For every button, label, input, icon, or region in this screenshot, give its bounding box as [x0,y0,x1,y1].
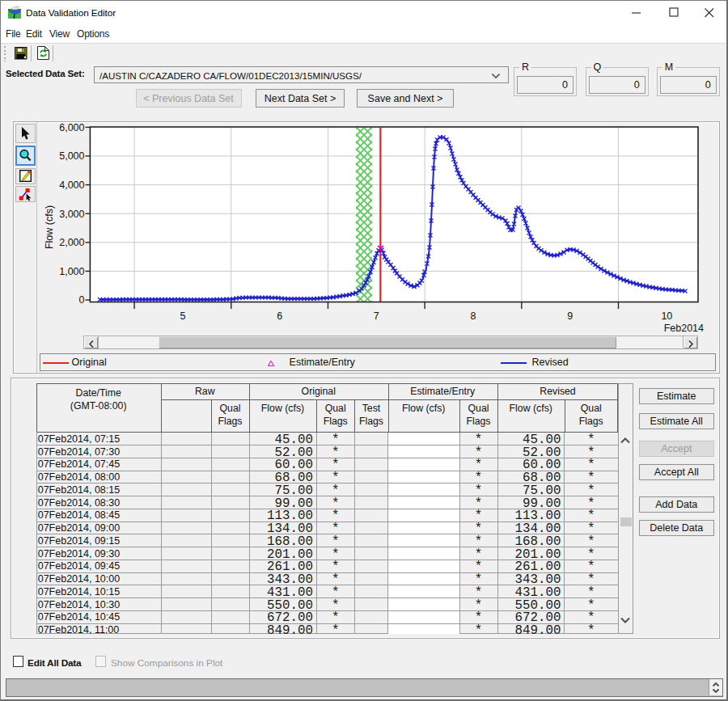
svg-text:6: 6 [277,310,282,322]
svg-text:7: 7 [374,310,379,322]
svg-text:6,000: 6,000 [59,122,84,133]
svg-text:Feb2014: Feb2014 [664,323,704,334]
svg-text:10: 10 [661,310,672,322]
svg-text:1,000: 1,000 [59,266,84,277]
svg-text:8: 8 [471,310,476,322]
svg-text:Flow (cfs): Flow (cfs) [44,205,55,249]
svg-text:5,000: 5,000 [59,150,84,162]
svg-text:3,000: 3,000 [59,209,84,220]
svg-text:4,000: 4,000 [59,179,84,191]
svg-text:0: 0 [79,294,85,306]
svg-text:5: 5 [180,310,185,322]
svg-text:2,000: 2,000 [59,237,84,248]
svg-text:9: 9 [567,310,573,322]
